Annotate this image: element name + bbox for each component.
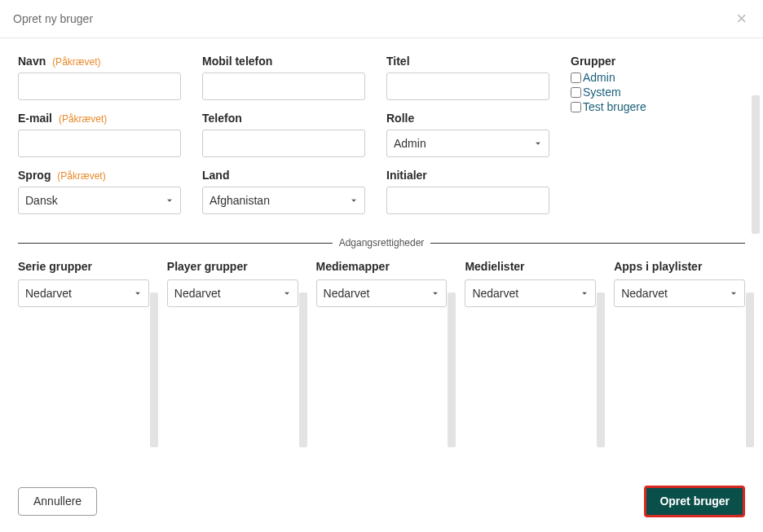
email-label: E-mail (Påkrævet) bbox=[18, 112, 181, 125]
perm-apps-label: Apps i playlister bbox=[614, 260, 745, 273]
initials-input[interactable] bbox=[386, 187, 549, 214]
perm-media-folders-select[interactable]: Nedarvet bbox=[316, 279, 448, 307]
perm-media-folders-body bbox=[316, 307, 448, 470]
divider-line-right bbox=[430, 243, 745, 244]
col-2: Mobil telefon Telefon Land Afghanistan bbox=[202, 55, 365, 226]
perm-media-folders: Mediemapper Nedarvet bbox=[316, 260, 448, 470]
perm-player-scrollbar[interactable] bbox=[299, 292, 307, 447]
name-label-text: Navn bbox=[18, 55, 46, 68]
mobile-input[interactable] bbox=[202, 73, 365, 100]
modal-header: Opret ny bruger × bbox=[0, 0, 763, 38]
language-label: Sprog (Påkrævet) bbox=[18, 169, 181, 182]
role-label: Rolle bbox=[386, 112, 549, 125]
divider-label: Adgangsrettigheder bbox=[333, 237, 431, 248]
field-phone: Telefon bbox=[202, 112, 365, 157]
group-label-system[interactable]: System bbox=[583, 86, 621, 99]
email-required: (Påkrævet) bbox=[59, 113, 107, 125]
group-label-test[interactable]: Test brugere bbox=[583, 100, 646, 113]
perm-media-lists-select[interactable]: Nedarvet bbox=[465, 279, 596, 307]
perm-player-select[interactable]: Nedarvet bbox=[167, 279, 298, 307]
name-required: (Påkrævet) bbox=[52, 56, 100, 68]
cancel-button[interactable]: Annullere bbox=[18, 487, 97, 516]
field-mobile: Mobil telefon bbox=[202, 55, 365, 100]
perm-apps-select[interactable]: Nedarvet bbox=[614, 279, 745, 307]
close-button[interactable]: × bbox=[733, 10, 750, 28]
col-1: Navn (Påkrævet) E-mail (Påkrævet) Sprog bbox=[18, 55, 181, 226]
perm-media-folders-label: Mediemapper bbox=[316, 260, 448, 273]
perm-media-lists-scrollbar[interactable] bbox=[597, 292, 605, 447]
create-user-modal: Opret ny bruger × Navn (Påkrævet) E-mail… bbox=[0, 0, 763, 532]
perm-apps: Apps i playlister Nedarvet bbox=[614, 260, 745, 470]
mobile-label: Mobil telefon bbox=[202, 55, 365, 68]
name-label: Navn (Påkrævet) bbox=[18, 55, 181, 68]
field-role: Rolle Admin bbox=[386, 112, 549, 157]
perm-apps-scrollbar[interactable] bbox=[746, 292, 754, 447]
perm-apps-body bbox=[614, 307, 745, 470]
field-email: E-mail (Påkrævet) bbox=[18, 112, 181, 157]
title-input[interactable] bbox=[386, 73, 549, 100]
perm-media-lists-body bbox=[465, 307, 596, 470]
email-input[interactable] bbox=[18, 130, 181, 157]
col-3: Titel Rolle Admin Initialer bbox=[386, 55, 549, 226]
language-label-text: Sprog bbox=[18, 169, 51, 182]
permissions-row: Serie grupper Nedarvet Player grupper Ne… bbox=[18, 260, 745, 470]
perm-player: Player grupper Nedarvet bbox=[167, 260, 298, 470]
perm-media-folders-scrollbar[interactable] bbox=[448, 292, 456, 447]
perm-media-lists: Medielister Nedarvet bbox=[465, 260, 596, 470]
initials-label: Initialer bbox=[386, 169, 549, 182]
group-label-admin[interactable]: Admin bbox=[583, 71, 615, 84]
group-checkbox-test[interactable] bbox=[571, 102, 581, 112]
perm-series-scrollbar[interactable] bbox=[150, 292, 158, 447]
divider-line-left bbox=[18, 243, 333, 244]
group-checkbox-admin[interactable] bbox=[571, 73, 581, 83]
group-row-test: Test brugere bbox=[571, 100, 745, 113]
field-initials: Initialer bbox=[386, 169, 549, 214]
perm-series-label: Serie grupper bbox=[18, 260, 149, 273]
groups-label: Grupper bbox=[571, 55, 745, 68]
field-country: Land Afghanistan bbox=[202, 169, 365, 214]
modal-body: Navn (Påkrævet) E-mail (Påkrævet) Sprog bbox=[0, 38, 763, 471]
role-select[interactable]: Admin bbox=[386, 130, 549, 157]
perm-player-body bbox=[167, 307, 298, 470]
name-input[interactable] bbox=[18, 73, 181, 100]
perm-player-label: Player grupper bbox=[167, 260, 298, 273]
email-label-text: E-mail bbox=[18, 112, 52, 125]
group-row-admin: Admin bbox=[571, 71, 745, 84]
submit-button[interactable]: Opret bruger bbox=[644, 486, 745, 517]
country-label: Land bbox=[202, 169, 365, 182]
perm-series-body bbox=[18, 307, 149, 470]
permissions-divider: Adgangsrettigheder bbox=[18, 237, 745, 248]
perm-series-select[interactable]: Nedarvet bbox=[18, 279, 149, 307]
perm-media-lists-label: Medielister bbox=[465, 260, 596, 273]
field-title: Titel bbox=[386, 55, 549, 100]
form-top: Navn (Påkrævet) E-mail (Påkrævet) Sprog bbox=[18, 55, 745, 226]
title-label: Titel bbox=[386, 55, 549, 68]
group-row-system: System bbox=[571, 86, 745, 99]
field-language: Sprog (Påkrævet) Dansk bbox=[18, 169, 181, 214]
field-name: Navn (Påkrævet) bbox=[18, 55, 181, 100]
col-groups: Grupper Admin System Test brugere bbox=[571, 55, 745, 226]
body-scrollbar[interactable] bbox=[752, 95, 760, 234]
country-select[interactable]: Afghanistan bbox=[202, 187, 365, 214]
group-checkbox-system[interactable] bbox=[571, 87, 581, 98]
perm-series: Serie grupper Nedarvet bbox=[18, 260, 149, 470]
modal-title: Opret ny bruger bbox=[13, 12, 93, 25]
modal-footer: Annullere Opret bruger bbox=[0, 471, 763, 532]
language-select[interactable]: Dansk bbox=[18, 187, 181, 214]
language-required: (Påkrævet) bbox=[57, 170, 105, 182]
phone-input[interactable] bbox=[202, 130, 365, 157]
phone-label: Telefon bbox=[202, 112, 365, 125]
